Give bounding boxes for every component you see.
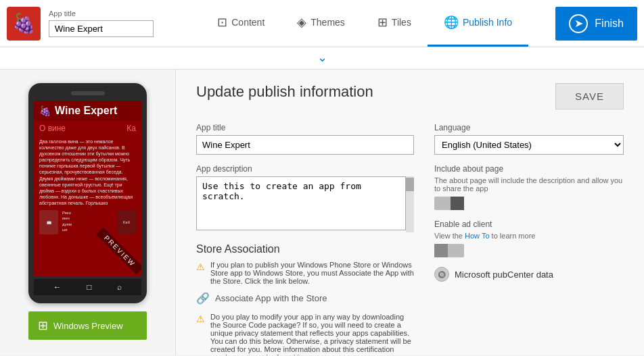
finish-label: Finish [595, 18, 624, 30]
app-title-group: App title [196, 123, 414, 155]
language-select[interactable]: English (United States) [434, 135, 624, 155]
enable-ad-toggle[interactable] [434, 244, 464, 257]
language-label: Language [434, 123, 624, 132]
toggle-knob-about [451, 197, 464, 210]
tab-publish-info[interactable]: 🌐 Publish Info [428, 0, 528, 47]
include-about-toggle-row [434, 197, 624, 210]
main-content: 🍇 Wine Expert О вине Ка Два галлона вина… [0, 70, 644, 355]
windows-preview-label: Windows Preview [53, 321, 123, 331]
phone-section2: Ка [127, 124, 136, 133]
form-section: App title App description Use this to cr… [196, 123, 624, 355]
app-title-label: App title [49, 9, 154, 18]
phone-section1: О вине [39, 124, 66, 133]
textarea-wrapper: Use this to create an app from scratch. [196, 176, 414, 232]
app-logo: 🍇 [7, 7, 41, 41]
phone-mockup: 🍇 Wine Expert О вине Ка Два галлона вина… [28, 83, 147, 303]
phone-speaker [71, 91, 105, 95]
tab-publish-label: Publish Info [463, 17, 512, 28]
include-about-group: Include about page The about page will i… [434, 164, 624, 210]
phone-content: Два галлона вина — это немалое количеств… [34, 136, 141, 209]
finish-arrow-icon: ➤ [569, 14, 588, 33]
nav-tabs: ⊡ Content ◈ Themes ⊞ Tiles 🌐 Publish Inf… [174, 0, 555, 47]
phone-thumb-2: Каб [117, 210, 136, 234]
app-title-field[interactable] [196, 135, 414, 155]
enable-ad-group: Enable ad client View the How To to lear… [434, 220, 624, 257]
tab-content-label: Content [231, 17, 264, 28]
tab-themes-label: Themes [310, 17, 345, 28]
language-group: Language English (United States) [434, 123, 624, 155]
tiles-icon: ⊞ [377, 15, 388, 30]
save-button[interactable]: SAVE [555, 83, 624, 109]
link-icon: 🔗 [196, 292, 210, 305]
content-panel: Update publish information SAVE App titl… [176, 70, 644, 355]
phone-grape-icon: 🍇 [39, 105, 51, 116]
windows-icon: ⊞ [38, 318, 48, 333]
panel-header: Update publish information SAVE [196, 83, 624, 109]
store-title: Store Association [196, 243, 414, 255]
top-bar: 🍇 App title ⊡ Content ◈ Themes ⊞ Tiles 🌐… [0, 0, 644, 47]
store-section: Store Association ⚠ If you plan to publi… [196, 243, 414, 355]
panel-title: Update publish information [196, 83, 373, 101]
app-desc-group: App description Use this to create an ap… [196, 164, 414, 232]
textarea-scrollbar[interactable] [406, 176, 414, 232]
sidebar: 🍇 Wine Expert О вине Ка Два галлона вина… [0, 70, 176, 355]
pubcenter-row: 🔘 Microsoft pubCenter data [434, 267, 624, 282]
phone-app-title: Wine Expert [55, 105, 117, 117]
phone-screen: 🍇 Wine Expert О вине Ка Два галлона вина… [34, 101, 141, 276]
app-title-section: App title [49, 9, 154, 37]
warning-text-1: If you plan to publish your Windows Phon… [210, 261, 414, 285]
publish-icon: 🌐 [444, 15, 459, 30]
warning-box-2: ⚠ Do you play to modify your app in any … [196, 313, 414, 355]
ad-view-desc: View the How To to learn more [434, 232, 624, 240]
pubcenter-icon: 🔘 [434, 267, 449, 282]
enable-ad-label: Enable ad client [434, 220, 624, 229]
form-left: App title App description Use this to cr… [196, 123, 414, 355]
sub-nav: ⌄ [0, 47, 644, 70]
phone-search-btn: ⌕ [117, 282, 122, 292]
phone-nav-bar: ← □ ⌕ [34, 279, 141, 295]
associate-label: Associate App with the Store [215, 293, 327, 303]
form-right: Language English (United States) Include… [434, 123, 624, 355]
themes-icon: ◈ [297, 15, 306, 30]
scrollbar-thumb [406, 178, 414, 191]
tab-tiles-label: Tiles [392, 17, 411, 28]
phone-thumb-1: 📖 [39, 210, 58, 234]
app-title-field-label: App title [196, 123, 414, 132]
include-about-toggle[interactable] [434, 197, 464, 210]
app-desc-label: App description [196, 164, 414, 174]
enable-ad-toggle-row [434, 244, 624, 257]
here-link[interactable]: here. [297, 353, 314, 355]
how-to-link[interactable]: How To [465, 232, 492, 240]
tab-tiles[interactable]: ⊞ Tiles [361, 0, 428, 47]
warning-box-1: ⚠ If you plan to publish your Windows Ph… [196, 261, 414, 285]
phone-home-btn: □ [87, 282, 91, 292]
content-icon: ⊡ [217, 15, 227, 30]
tab-themes[interactable]: ◈ Themes [281, 0, 361, 47]
pubcenter-label: Microsoft pubCenter data [455, 270, 553, 280]
finish-button[interactable]: ➤ Finish [555, 7, 637, 41]
include-about-label: Include about page [434, 164, 624, 174]
warning-text-2: Do you play to modify your app in any wa… [210, 313, 414, 355]
chevron-down-icon: ⌄ [317, 50, 327, 65]
include-about-desc: The about page will include the descript… [434, 176, 624, 193]
warning-icon-1: ⚠ [196, 261, 205, 272]
app-title-input[interactable] [49, 20, 154, 37]
phone-back-btn: ← [53, 282, 62, 292]
toggle-knob-ad [434, 244, 448, 257]
windows-preview-button[interactable]: ⊞ Windows Preview [28, 311, 147, 340]
associate-link[interactable]: 🔗 Associate App with the Store [196, 292, 414, 305]
tab-content[interactable]: ⊡ Content [201, 0, 281, 47]
phone-section-header: О вине Ка [34, 121, 141, 136]
phone-thumb-row: 📖 Рекомендуемые Каб [34, 209, 141, 236]
logo-grape-icon: 🍇 [12, 12, 36, 34]
warning-icon-2: ⚠ [196, 313, 205, 324]
phone-app-header: 🍇 Wine Expert [34, 101, 141, 121]
app-desc-field[interactable]: Use this to create an app from scratch. [196, 176, 406, 230]
